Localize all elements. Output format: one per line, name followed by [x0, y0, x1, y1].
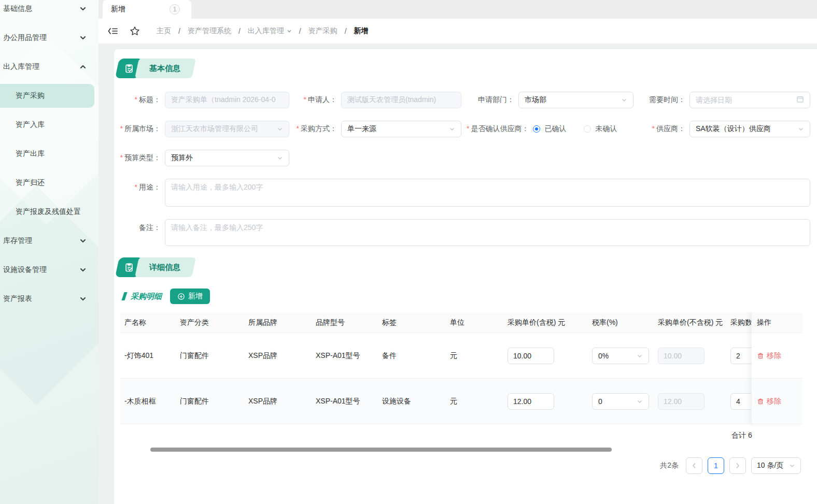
sidebar-item-inventory[interactable]: 库存管理 — [0, 226, 98, 255]
title-input — [165, 92, 289, 108]
page-size-select[interactable]: 10 条/页 — [751, 457, 801, 474]
date-input[interactable] — [696, 96, 792, 104]
cell-tax-rate: 0% — [588, 348, 654, 364]
page-content: 基本信息 *标题： *申请人： — [98, 44, 817, 504]
required-mark: * — [467, 124, 469, 133]
required-mark: * — [120, 124, 123, 133]
section-label-wrap: 详细信息 — [135, 257, 196, 277]
table-row: -木质相框 门窗配件 XSP品牌 XSP-A01型号 设施设备 元 0 — [120, 379, 802, 424]
main-area: 新增 1 主页 / 资产管理系统 / 出入库管理 / 资产采购 — [98, 0, 817, 504]
horizontal-scrollbar-thumb[interactable] — [150, 448, 612, 452]
usage-textarea-wrap — [165, 179, 810, 207]
table-summary-row: 合计 6 — [120, 424, 802, 447]
chevron-down-icon — [80, 296, 86, 302]
prev-page-button[interactable] — [686, 457, 702, 474]
table-header-row: 产名称 资产分类 所属品牌 品牌型号 标签 单位 采购单价(含税) 元 税率(%… — [120, 312, 802, 333]
select-caret-icon — [798, 126, 804, 132]
field-market: *所属市场： 浙江天农市场管理有限公司 — [114, 121, 289, 137]
purchase-method-select[interactable]: 单一来源 — [341, 121, 461, 137]
chevron-down-icon — [80, 6, 86, 12]
remove-row-button[interactable]: 移除 — [757, 397, 781, 406]
tab-bar: 新增 1 — [98, 0, 817, 19]
radio-label: 已确认 — [544, 124, 566, 134]
usage-textarea[interactable] — [165, 179, 810, 206]
col-operation: 操作 — [752, 312, 802, 333]
selected-value: 0% — [598, 352, 609, 360]
field-label: *申请人： — [289, 95, 341, 105]
cell-tax-rate: 0 — [588, 393, 654, 410]
sidebar-item-in-out-warehouse[interactable]: 出入库管理 — [0, 52, 98, 81]
sidebar-subitem-asset-purchase[interactable]: 资产采购 — [0, 84, 94, 108]
collapse-sidebar-icon[interactable] — [108, 27, 118, 35]
applicant-input — [341, 92, 461, 108]
field-purchase-method: *采购方式： 单一来源 — [289, 121, 461, 137]
page-number-button[interactable]: 1 — [708, 457, 724, 474]
field-label: *采购方式： — [289, 124, 341, 134]
field-budget-type: *预算类型： 预算外 — [114, 150, 289, 166]
date-picker[interactable] — [689, 92, 810, 108]
field-label: 申请部门： — [461, 95, 518, 105]
breadcrumb-in-out-warehouse[interactable]: 出入库管理 — [248, 26, 292, 36]
selected-value: 预算外 — [171, 153, 193, 163]
field-need-time: 需要时间： — [633, 92, 810, 108]
breadcrumb-separator: / — [238, 27, 241, 35]
sidebar-item-office-supplies[interactable]: 办公用品管理 — [0, 23, 98, 52]
cell-price-with-tax — [503, 393, 588, 410]
remove-row-button[interactable]: 移除 — [757, 351, 781, 361]
required-mark: * — [652, 124, 655, 133]
cell-asset-name: -灯饰401 — [120, 351, 176, 361]
tax-rate-select[interactable]: 0 — [592, 393, 649, 410]
summary-total: 合计 6 — [731, 431, 752, 440]
breadcrumb-asset-purchase[interactable]: 资产采购 — [308, 26, 337, 36]
price-with-tax-input[interactable] — [508, 393, 554, 410]
price-with-tax-input[interactable] — [508, 348, 554, 364]
sidebar-subitem-asset-return[interactable]: 资产归还 — [0, 168, 98, 197]
remark-textarea-wrap — [165, 219, 810, 246]
sidebar-subitem-label: 资产采购 — [16, 91, 45, 100]
required-mark: * — [120, 153, 123, 162]
cell-asset-name: -木质相框 — [120, 397, 176, 406]
sidebar-subitem-asset-scrap[interactable]: 资产报废及残值处置 — [0, 197, 98, 226]
pagination-total: 共2条 — [660, 461, 679, 470]
remark-textarea[interactable] — [165, 220, 810, 246]
field-department: 申请部门： 市场部 — [461, 92, 633, 108]
sidebar-subitem-asset-inbound[interactable]: 资产入库 — [0, 110, 98, 139]
section-label-wrap: 基本信息 — [135, 59, 196, 78]
breadcrumb-separator: / — [345, 27, 347, 35]
chevron-down-icon — [80, 35, 86, 41]
star-icon[interactable] — [130, 26, 140, 36]
breadcrumb-separator: / — [299, 27, 301, 35]
add-row-label: 新增 — [188, 292, 203, 301]
selected-value: 单一来源 — [347, 124, 376, 134]
purchase-detail-header: 采购明细 新增 — [114, 289, 817, 304]
cell-asset-category: 门窗配件 — [176, 351, 244, 361]
budget-type-select[interactable]: 预算外 — [165, 150, 289, 166]
breadcrumb-home[interactable]: 主页 — [157, 26, 171, 36]
sidebar-item-asset-report[interactable]: 资产报表 — [0, 284, 98, 313]
required-mark: * — [297, 124, 299, 133]
required-mark: * — [135, 95, 137, 104]
radio-confirmed[interactable]: 已确认 — [533, 124, 566, 134]
pagination: 共2条 1 10 条/页 — [114, 457, 801, 474]
sidebar-item-basic-info[interactable]: 基础信息 — [0, 0, 98, 23]
tax-rate-select[interactable]: 0% — [592, 348, 649, 364]
field-usage: *用途： — [114, 179, 810, 207]
chevron-down-icon — [80, 238, 86, 244]
cell-unit: 元 — [446, 397, 503, 406]
sidebar-item-label: 基础信息 — [3, 4, 80, 13]
purchase-detail-table: 产名称 资产分类 所属品牌 品牌型号 标签 单位 采购单价(含税) 元 税率(%… — [120, 312, 802, 447]
price-without-tax-input — [658, 393, 705, 410]
supplier-select[interactable]: SA软装（设计）供应商 — [689, 121, 810, 137]
department-select[interactable]: 市场部 — [518, 92, 633, 108]
add-row-button[interactable]: 新增 — [170, 289, 210, 304]
col-unit: 单位 — [446, 318, 503, 327]
field-title: *标题： — [114, 92, 289, 108]
sidebar-subitem-asset-outbound[interactable]: 资产出库 — [0, 139, 98, 168]
sidebar-item-facility-equipment[interactable]: 设施设备管理 — [0, 255, 98, 284]
breadcrumb-asset-system[interactable]: 资产管理系统 — [188, 26, 231, 36]
next-page-button[interactable] — [729, 457, 746, 474]
radio-unconfirmed[interactable]: 未确认 — [584, 124, 617, 134]
tab-new[interactable]: 新增 1 — [103, 0, 191, 19]
cell-price-without-tax — [654, 393, 726, 410]
section-header-basic: 基本信息 — [117, 59, 817, 78]
